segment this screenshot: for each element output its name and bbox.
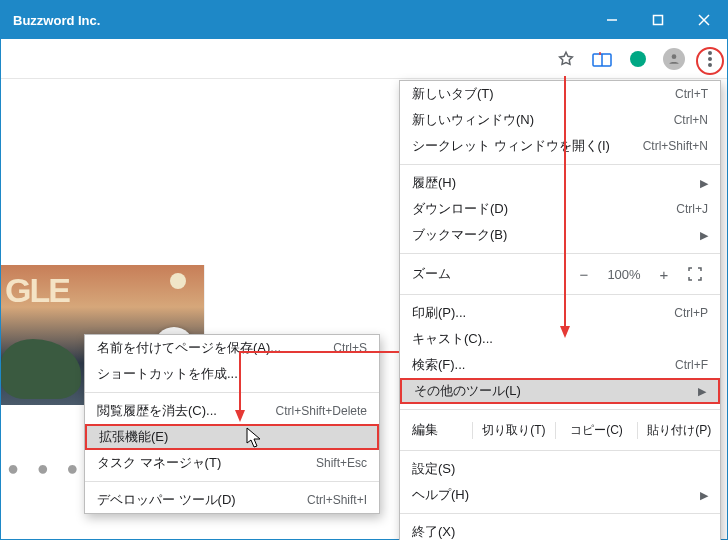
edit-copy-button[interactable]: コピー(C) (555, 422, 638, 439)
zoom-value: 100% (602, 267, 646, 282)
browser-toolbar (1, 39, 727, 79)
menu-item-print[interactable]: 印刷(P)...Ctrl+P (400, 300, 720, 326)
menu-item-history[interactable]: 履歴(H)▶ (400, 170, 720, 196)
svg-rect-1 (654, 16, 663, 25)
more-tools-submenu: 名前を付けてページを保存(A)...Ctrl+S ショートカットを作成... 閲… (84, 334, 380, 514)
chevron-right-icon: ▶ (700, 489, 708, 502)
zoom-out-button[interactable]: − (566, 266, 602, 283)
turtle-shape (1, 339, 81, 399)
menu-item-bookmarks[interactable]: ブックマーク(B)▶ (400, 222, 720, 248)
doodle-letters: GLE (5, 271, 69, 310)
close-button[interactable] (681, 1, 727, 39)
star-icon[interactable] (555, 48, 577, 70)
cursor-icon (246, 427, 264, 449)
chevron-right-icon: ▶ (700, 229, 708, 242)
translate-icon[interactable] (591, 48, 613, 70)
edit-cut-button[interactable]: 切り取り(T) (472, 422, 555, 439)
submenu-item-dev-tools[interactable]: デベロッパー ツール(D)Ctrl+Shift+I (85, 487, 379, 513)
menu-item-new-window[interactable]: 新しいウィンドウ(N)Ctrl+N (400, 107, 720, 133)
carousel-dots[interactable]: ● ● ● (1, 457, 84, 480)
menu-item-zoom: ズーム − 100% + (400, 259, 720, 289)
submenu-item-task-manager[interactable]: タスク マネージャ(T)Shift+Esc (85, 450, 379, 476)
minimize-button[interactable] (589, 1, 635, 39)
chevron-right-icon: ▶ (698, 385, 706, 398)
menu-item-downloads[interactable]: ダウンロード(D)Ctrl+J (400, 196, 720, 222)
moon-icon (170, 273, 186, 289)
maximize-button[interactable] (635, 1, 681, 39)
chrome-main-menu: 新しいタブ(T)Ctrl+T 新しいウィンドウ(N)Ctrl+N シークレット … (399, 80, 721, 540)
menu-item-settings[interactable]: 設定(S) (400, 456, 720, 482)
titlebar: Buzzword Inc. (1, 1, 727, 39)
menu-item-help[interactable]: ヘルプ(H)▶ (400, 482, 720, 508)
menu-item-edit-row: 編集 切り取り(T) コピー(C) 貼り付け(P) (400, 415, 720, 445)
menu-item-incognito[interactable]: シークレット ウィンドウを開く(I)Ctrl+Shift+N (400, 133, 720, 159)
menu-item-more-tools[interactable]: その他のツール(L)▶ (400, 378, 720, 404)
menu-item-find[interactable]: 検索(F)...Ctrl+F (400, 352, 720, 378)
svg-point-8 (672, 54, 677, 59)
svg-point-7 (630, 51, 646, 67)
annotation-circle (696, 47, 724, 75)
account-dot-icon[interactable] (627, 48, 649, 70)
chevron-right-icon: ▶ (700, 177, 708, 190)
avatar-icon[interactable] (663, 48, 685, 70)
window-title: Buzzword Inc. (13, 13, 100, 28)
submenu-item-create-shortcut[interactable]: ショートカットを作成... (85, 361, 379, 387)
fullscreen-icon[interactable] (682, 267, 708, 281)
menu-item-cast[interactable]: キャスト(C)... (400, 326, 720, 352)
submenu-item-extensions[interactable]: 拡張機能(E) (85, 424, 379, 450)
submenu-item-clear-browsing-data[interactable]: 閲覧履歴を消去(C)...Ctrl+Shift+Delete (85, 398, 379, 424)
menu-item-exit[interactable]: 終了(X) (400, 519, 720, 540)
menu-item-new-tab[interactable]: 新しいタブ(T)Ctrl+T (400, 81, 720, 107)
submenu-item-save-as[interactable]: 名前を付けてページを保存(A)...Ctrl+S (85, 335, 379, 361)
edit-paste-button[interactable]: 貼り付け(P) (637, 422, 720, 439)
zoom-in-button[interactable]: + (646, 266, 682, 283)
